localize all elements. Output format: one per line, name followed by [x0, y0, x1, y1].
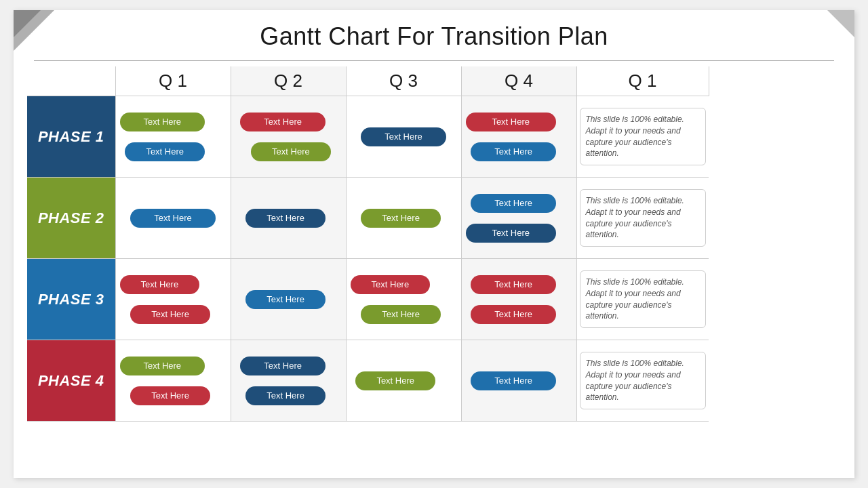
bar-row: Text Here [235, 205, 342, 231]
phase-1-q2-cell: Text HereText Here [231, 96, 346, 178]
bar-row: Text Here [235, 383, 342, 409]
phase-1-q3-cell: Text Here [346, 96, 461, 178]
bar: Text Here [466, 113, 556, 131]
bar: Text Here [471, 142, 556, 161]
phase-3-q2-bars: Text Here [234, 284, 343, 315]
phase-1-q4-bars: Text HereText Here [465, 106, 574, 167]
notes-box: This slide is 100% editable. Adapt it to… [580, 352, 707, 409]
phase-3-q1-bars: Text HereText Here [119, 269, 228, 330]
title-area: Gantt Chart For Transition Plan [14, 10, 854, 58]
bar: Text Here [120, 113, 205, 131]
slide: Gantt Chart For Transition Plan Q 1 Q 2 … [14, 10, 854, 478]
phase-2-row: PHASE 2Text HereText HereText HereText H… [27, 178, 841, 259]
bar: Text Here [245, 290, 326, 309]
notes-box: This slide is 100% editable. Adapt it to… [580, 108, 707, 165]
bar-row: Text Here [120, 272, 226, 298]
phase-4-q1-bars: Text HereText Here [119, 350, 228, 411]
phase-4-notes: This slide is 100% editable. Adapt it to… [576, 340, 709, 422]
phase-1-q1-cell: Text HereText Here [115, 96, 231, 178]
phase-2-q4-cell: Text HereText Here [461, 178, 576, 259]
phase-4-q4-bars: Text Here [465, 365, 574, 396]
bar: Text Here [361, 209, 441, 228]
bar: Text Here [130, 209, 216, 228]
phase-3-q4-cell: Text HereText Here [461, 259, 576, 340]
phase-4-q1-cell: Text HereText Here [115, 340, 231, 422]
bar: Text Here [240, 113, 326, 131]
phase-4-q3-bars: Text Here [349, 365, 458, 396]
bar: Text Here [240, 357, 326, 375]
phase-3-notes: This slide is 100% editable. Adapt it to… [576, 259, 709, 340]
notes-box: This slide is 100% editable. Adapt it to… [580, 189, 707, 247]
phase-2-q2-bars: Text Here [234, 203, 343, 234]
bar: Text Here [245, 209, 326, 228]
notes-box: This slide is 100% editable. Adapt it to… [580, 270, 707, 328]
bar-row: Text Here [351, 205, 457, 231]
bar-row: Text Here [235, 139, 342, 165]
title-divider [34, 60, 834, 61]
phase-header [27, 66, 115, 96]
bar-row: Text Here [351, 302, 457, 327]
q1-header: Q 1 [115, 66, 231, 96]
bar: Text Here [120, 357, 205, 375]
bar-row: Text Here [466, 368, 572, 394]
phase-3-q3-cell: Text HereText Here [346, 259, 461, 340]
q1-next-header: Q 1 [576, 66, 709, 96]
bar-row: Text Here [466, 302, 572, 327]
header-row: Q 1 Q 2 Q 3 Q 4 Q 1 [27, 66, 841, 96]
phase-3-label: PHASE 3 [27, 259, 115, 340]
bar: Text Here [351, 275, 431, 294]
bar-row: Text Here [120, 302, 226, 327]
phase-3-q3-bars: Text HereText Here [349, 269, 458, 330]
phase-3-q2-cell: Text Here [231, 259, 346, 340]
phase-3-q1-cell: Text HereText Here [115, 259, 231, 340]
phase-2-q3-bars: Text Here [349, 203, 458, 234]
phase-2-q4-bars: Text HereText Here [465, 188, 574, 249]
bar: Text Here [471, 194, 556, 213]
page-title: Gantt Chart For Transition Plan [14, 22, 854, 51]
bar: Text Here [251, 142, 331, 161]
bar: Text Here [130, 305, 210, 324]
bar-row: Text Here [235, 353, 342, 379]
bar: Text Here [466, 224, 556, 243]
bar: Text Here [471, 305, 556, 324]
phase-1-row: PHASE 1Text HereText HereText HereText H… [27, 96, 841, 178]
phase-1-q1-bars: Text HereText Here [119, 106, 228, 167]
bar-row: Text Here [351, 368, 457, 394]
bar-row: Text Here [120, 205, 226, 231]
phase-2-q3-cell: Text Here [346, 178, 461, 259]
bar-row: Text Here [466, 190, 572, 216]
bar-row: Text Here [351, 272, 457, 298]
phase-4-q4-cell: Text Here [461, 340, 576, 422]
bar-row: Text Here [120, 353, 226, 379]
chart-wrapper: Q 1 Q 2 Q 3 Q 4 Q 1 PHASE 1Text HereText… [27, 66, 841, 422]
phase-2-q1-bars: Text Here [119, 203, 228, 234]
bar-row: Text Here [120, 139, 226, 165]
bar: Text Here [361, 127, 446, 146]
notes-header [709, 66, 841, 96]
bar: Text Here [355, 371, 435, 390]
q4-header: Q 4 [461, 66, 576, 96]
gantt-table: Q 1 Q 2 Q 3 Q 4 Q 1 PHASE 1Text HereText… [27, 66, 841, 422]
phase-2-q1-cell: Text Here [115, 178, 231, 259]
bar: Text Here [130, 386, 210, 405]
corner-deco-tr [827, 10, 854, 37]
phase-4-label: PHASE 4 [27, 340, 115, 422]
bar: Text Here [361, 305, 441, 324]
bar: Text Here [120, 275, 200, 294]
bar: Text Here [125, 142, 205, 161]
phase-4-q2-bars: Text HereText Here [234, 350, 343, 411]
bar-row: Text Here [466, 139, 572, 165]
bar: Text Here [245, 386, 326, 405]
phase-4-q2-cell: Text HereText Here [231, 340, 346, 422]
corner-deco-tl [14, 10, 54, 51]
phase-2-notes: This slide is 100% editable. Adapt it to… [576, 178, 709, 259]
bar-row: Text Here [466, 272, 572, 298]
bar-row: Text Here [235, 287, 342, 312]
phase-2-q2-cell: Text Here [231, 178, 346, 259]
phase-1-label: PHASE 1 [27, 96, 115, 178]
svg-marker-2 [827, 10, 854, 37]
bar-row: Text Here [351, 124, 457, 150]
phase-4-row: PHASE 4Text HereText HereText HereText H… [27, 340, 841, 422]
phase-1-q2-bars: Text HereText Here [234, 106, 343, 167]
phase-1-q3-bars: Text Here [349, 121, 458, 152]
